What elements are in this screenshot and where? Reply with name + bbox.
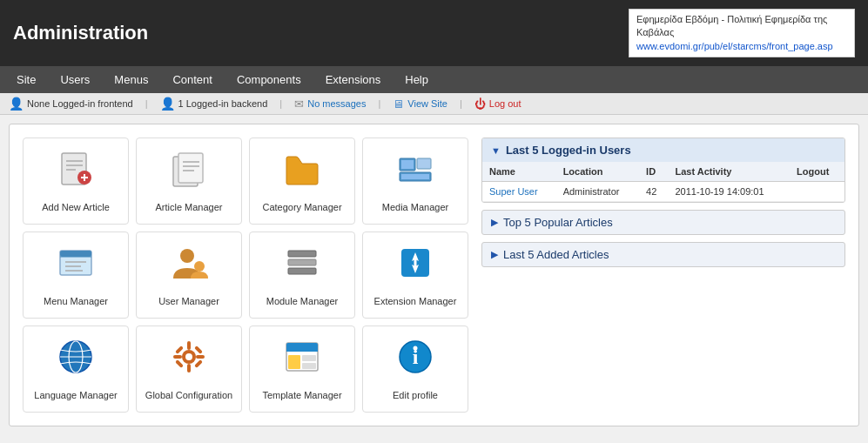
tile-article-manager[interactable]: Article Manager	[136, 138, 242, 225]
message-icon: ✉	[294, 97, 304, 111]
page-header: Administration Εφημερίδα Εβδόμη - Πολιτι…	[0, 0, 868, 66]
global-configuration-label: Global Configuration	[145, 389, 232, 401]
user-icon: 👤	[9, 97, 24, 111]
added-articles-panel[interactable]: ▶ Last 5 Added Articles	[481, 242, 845, 267]
popular-expand-arrow: ▶	[491, 217, 498, 228]
tile-edit-profile[interactable]: i Edit profile	[362, 326, 468, 413]
tile-module-manager[interactable]: Module Manager	[249, 232, 355, 319]
extension-manager-icon	[396, 244, 434, 290]
user-last-activity-cell: 2011-10-19 14:09:01	[668, 182, 790, 202]
add-article-label: Add New Article	[42, 201, 110, 213]
col-name: Name	[482, 162, 556, 182]
svg-rect-43	[175, 359, 184, 368]
col-logout: Logout	[790, 162, 844, 182]
svg-rect-48	[288, 355, 300, 369]
added-expand-arrow: ▶	[491, 249, 498, 260]
logged-in-users-header[interactable]: ▼ Last 5 Logged-in Users	[482, 138, 844, 162]
svg-rect-26	[288, 259, 316, 265]
frontend-status-label: None Logged-in frontend	[27, 98, 133, 109]
add-article-icon	[57, 150, 95, 196]
edit-profile-label: Edit profile	[393, 389, 438, 401]
collapse-arrow: ▼	[491, 145, 501, 156]
svg-point-24	[194, 261, 205, 272]
page-title: Administration	[13, 22, 148, 44]
svg-rect-50	[302, 363, 316, 369]
svg-rect-39	[173, 355, 182, 359]
svg-rect-38	[187, 364, 191, 373]
backend-user-icon: 👤	[160, 97, 175, 111]
extension-manager-label: Extension Manager	[374, 295, 457, 307]
template-manager-label: Template Manager	[262, 389, 341, 401]
tile-menu-manager[interactable]: Menu Manager	[23, 232, 129, 319]
tile-category-manager[interactable]: Category Manager	[249, 138, 355, 225]
svg-rect-37	[187, 341, 191, 350]
sep-4: |	[460, 98, 462, 109]
category-manager-icon	[283, 150, 321, 196]
added-articles-title: Last 5 Added Articles	[503, 248, 609, 261]
nav-item-extensions[interactable]: Extensions	[313, 66, 394, 93]
logout-link[interactable]: Log out	[489, 98, 521, 109]
nav-item-content[interactable]: Content	[160, 66, 225, 93]
tile-template-manager[interactable]: Template Manager	[249, 326, 355, 413]
language-manager-icon	[57, 338, 95, 384]
frontend-status: 👤 None Logged-in frontend	[9, 97, 133, 111]
svg-rect-49	[302, 355, 316, 361]
nav-item-users[interactable]: Users	[48, 66, 102, 93]
users-table: Name Location ID Last Activity Logout Su…	[482, 162, 844, 202]
nav-item-site[interactable]: Site	[4, 66, 48, 93]
logout-item[interactable]: ⏻ Log out	[474, 97, 521, 111]
nav-item-menus[interactable]: Menus	[102, 66, 160, 93]
site-info-box: Εφημερίδα Εβδόμη - Πολιτική Εφημερίδα τη…	[629, 9, 855, 57]
sep-3: |	[378, 98, 380, 109]
logout-icon: ⏻	[474, 97, 486, 111]
svg-rect-18	[60, 251, 91, 257]
svg-rect-27	[288, 268, 316, 274]
backend-status-label: 1 Logged-in backend	[178, 98, 268, 109]
icon-row-3: Language Manager	[23, 326, 468, 413]
view-site-item[interactable]: 🖥 View Site	[393, 97, 447, 111]
view-site-link[interactable]: View Site	[407, 98, 447, 109]
site-url-link[interactable]: www.evdomi.gr/pub/el/starcms/front_page.…	[636, 41, 833, 51]
svg-rect-13	[401, 160, 414, 169]
tile-global-configuration[interactable]: Global Configuration	[136, 326, 242, 413]
svg-rect-47	[286, 350, 318, 352]
module-manager-icon	[283, 244, 321, 290]
article-manager-icon	[170, 150, 208, 196]
icon-row-2: Menu Manager User Manager	[23, 232, 468, 319]
logged-in-users-title: Last 5 Logged-in Users	[506, 144, 631, 157]
tile-extension-manager[interactable]: Extension Manager	[362, 232, 468, 319]
svg-rect-44	[194, 359, 203, 368]
user-logout-cell	[790, 182, 844, 202]
popular-articles-title: Top 5 Popular Articles	[503, 216, 613, 229]
logged-in-users-panel: ▼ Last 5 Logged-in Users Name Location I…	[481, 138, 845, 203]
media-manager-icon	[396, 150, 434, 196]
svg-rect-40	[196, 355, 205, 359]
main-content: Add New Article Article Manager	[0, 115, 868, 435]
svg-point-53	[414, 346, 418, 350]
messages-link[interactable]: No messages	[307, 98, 366, 109]
menu-manager-icon	[57, 244, 95, 290]
popular-articles-panel[interactable]: ▶ Top 5 Popular Articles	[481, 210, 845, 235]
user-name-link[interactable]: Super User	[489, 186, 538, 197]
content-area: Add New Article Article Manager	[9, 124, 859, 426]
edit-profile-icon: i	[396, 338, 434, 384]
view-site-icon: 🖥	[393, 97, 404, 111]
article-manager-label: Article Manager	[155, 201, 222, 213]
global-configuration-icon	[170, 338, 208, 384]
svg-point-36	[185, 353, 192, 360]
svg-rect-42	[194, 346, 203, 354]
tile-add-new-article[interactable]: Add New Article	[23, 138, 129, 225]
nav-item-components[interactable]: Components	[225, 66, 313, 93]
messages-item[interactable]: ✉ No messages	[294, 97, 366, 111]
nav-item-help[interactable]: Help	[393, 66, 441, 93]
page-footer: Joomla!® is free software released under…	[0, 435, 868, 443]
category-manager-label: Category Manager	[262, 201, 341, 213]
tile-user-manager[interactable]: User Manager	[136, 232, 242, 319]
table-header-row: Name Location ID Last Activity Logout	[482, 162, 844, 182]
svg-rect-16	[401, 174, 429, 179]
sep-1: |	[145, 98, 148, 109]
tile-language-manager[interactable]: Language Manager	[23, 326, 129, 413]
status-toolbar: 👤 None Logged-in frontend | 👤 1 Logged-i…	[0, 93, 868, 115]
col-id: ID	[639, 162, 668, 182]
tile-media-manager[interactable]: Media Manager	[362, 138, 468, 225]
